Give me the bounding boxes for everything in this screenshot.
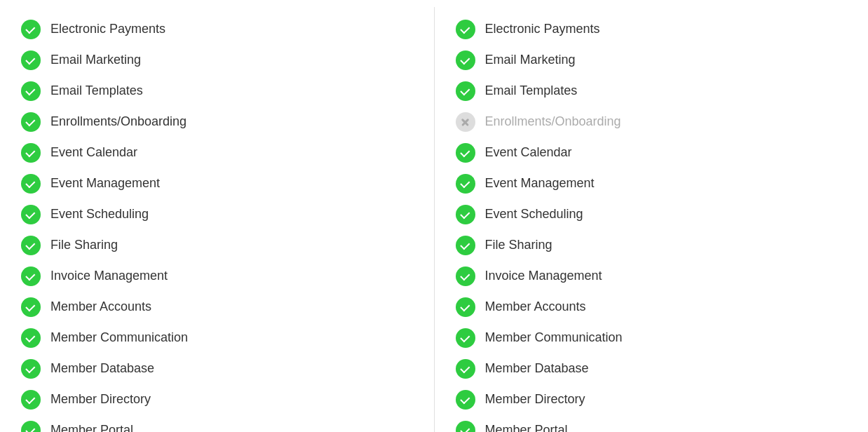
list-item-member-portal-l: Member Portal — [14, 415, 420, 432]
check-icon — [21, 328, 41, 348]
list-item-member-directory-r: Member Directory — [449, 384, 855, 415]
item-label: Member Communication — [485, 329, 623, 346]
check-icon — [21, 174, 41, 194]
item-label: Enrollments/Onboarding — [485, 113, 621, 130]
item-label: Event Scheduling — [485, 205, 583, 223]
list-item-member-directory-l: Member Directory — [14, 384, 420, 415]
list-item-member-communication-r: Member Communication — [449, 323, 855, 353]
list-item-email-templates-r: Email Templates — [449, 76, 855, 107]
item-label: Email Templates — [485, 82, 578, 100]
check-icon — [456, 174, 475, 194]
check-icon — [456, 266, 475, 286]
column-right: Electronic PaymentsEmail MarketingEmail … — [435, 7, 869, 432]
check-icon — [456, 50, 475, 70]
main-container: Electronic PaymentsEmail MarketingEmail … — [0, 0, 868, 432]
check-icon — [21, 205, 41, 224]
x-icon — [456, 112, 475, 132]
check-icon — [21, 266, 41, 286]
item-label: Event Calendar — [485, 144, 572, 161]
check-icon — [21, 297, 41, 317]
check-icon — [21, 112, 41, 132]
list-item-email-marketing-l: Email Marketing — [14, 45, 420, 76]
item-label: Electronic Payments — [50, 20, 165, 38]
list-item-member-database-r: Member Database — [449, 353, 855, 384]
list-item-invoice-management-l: Invoice Management — [14, 261, 420, 292]
list-item-event-calendar-l: Event Calendar — [14, 137, 420, 168]
check-icon — [21, 143, 41, 163]
item-label: Event Management — [50, 175, 160, 192]
check-icon — [21, 236, 41, 255]
item-label: Event Scheduling — [50, 205, 149, 223]
list-item-member-database-l: Member Database — [14, 353, 420, 384]
item-label: Member Accounts — [485, 298, 586, 316]
item-label: Member Portal — [50, 421, 133, 432]
check-icon — [456, 421, 475, 432]
check-icon — [21, 20, 41, 39]
item-label: Event Calendar — [50, 144, 137, 161]
list-item-event-management-r: Event Management — [449, 168, 855, 199]
item-label: Member Database — [485, 360, 589, 377]
check-icon — [21, 390, 41, 410]
item-label: Email Marketing — [485, 51, 576, 69]
list-item-event-scheduling-l: Event Scheduling — [14, 199, 420, 230]
check-icon — [456, 236, 475, 255]
list-item-member-accounts-l: Member Accounts — [14, 292, 420, 323]
item-label: Invoice Management — [485, 267, 602, 285]
list-item-enrollments-l: Enrollments/Onboarding — [14, 107, 420, 137]
column-left: Electronic PaymentsEmail MarketingEmail … — [0, 7, 435, 432]
item-label: Member Directory — [485, 391, 585, 408]
list-item-invoice-management-r: Invoice Management — [449, 261, 855, 292]
check-icon — [456, 20, 475, 39]
item-label: Email Marketing — [50, 51, 141, 69]
list-item-member-accounts-r: Member Accounts — [449, 292, 855, 323]
item-label: Electronic Payments — [485, 20, 600, 38]
list-item-enrollments-r: Enrollments/Onboarding — [449, 107, 855, 137]
list-item-member-communication-l: Member Communication — [14, 323, 420, 353]
check-icon — [21, 50, 41, 70]
list-item-electronic-payments-r: Electronic Payments — [449, 14, 855, 45]
check-icon — [456, 81, 475, 101]
check-icon — [456, 205, 475, 224]
list-item-email-marketing-r: Email Marketing — [449, 45, 855, 76]
check-icon — [456, 359, 475, 379]
list-item-event-scheduling-r: Event Scheduling — [449, 199, 855, 230]
item-label: Enrollments/Onboarding — [50, 113, 187, 130]
item-label: Email Templates — [50, 82, 143, 100]
item-label: Member Directory — [50, 391, 151, 408]
check-icon — [456, 328, 475, 348]
check-icon — [21, 359, 41, 379]
list-item-file-sharing-r: File Sharing — [449, 230, 855, 261]
check-icon — [456, 143, 475, 163]
item-label: Member Communication — [50, 329, 188, 346]
list-item-file-sharing-l: File Sharing — [14, 230, 420, 261]
list-item-member-portal-r: Member Portal — [449, 415, 855, 432]
list-item-event-calendar-r: Event Calendar — [449, 137, 855, 168]
list-item-electronic-payments-l: Electronic Payments — [14, 14, 420, 45]
check-icon — [456, 297, 475, 317]
item-label: Event Management — [485, 175, 595, 192]
check-icon — [21, 421, 41, 432]
item-label: Member Accounts — [50, 298, 151, 316]
item-label: File Sharing — [485, 236, 552, 254]
item-label: Member Portal — [485, 421, 568, 432]
item-label: File Sharing — [50, 236, 118, 254]
check-icon — [21, 81, 41, 101]
list-item-email-templates-l: Email Templates — [14, 76, 420, 107]
list-item-event-management-l: Event Management — [14, 168, 420, 199]
item-label: Member Database — [50, 360, 154, 377]
check-icon — [456, 390, 475, 410]
item-label: Invoice Management — [50, 267, 168, 285]
